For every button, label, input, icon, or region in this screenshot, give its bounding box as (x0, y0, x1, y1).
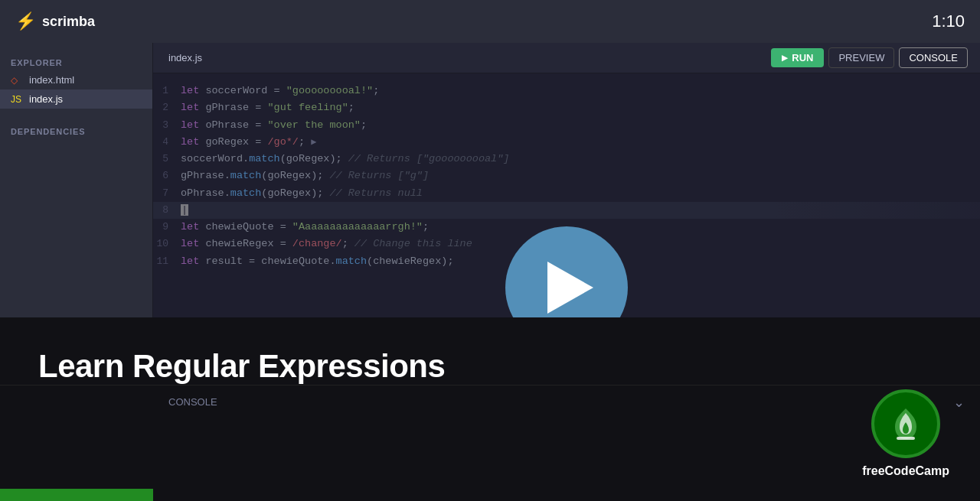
code-line-5: 5 soccerWord.match(goRegex); // Returns … (153, 151, 980, 168)
code-line-3: 3 let oPhrase = "over the moon"; (153, 117, 980, 134)
play-icon (547, 262, 593, 314)
code-line-6: 6 gPhrase.match(goRegex); // Returns ["g… (153, 168, 980, 184)
top-nav: ⚡ scrimba 1:10 (0, 0, 980, 43)
fcc-logo (871, 389, 940, 458)
js-icon: JS (11, 94, 23, 105)
svg-rect-1 (897, 437, 915, 440)
fcc-badge: freeCodeCamp (862, 389, 949, 478)
scrimba-logo-icon: ⚡ (15, 11, 36, 31)
run-play-icon: ▶ (782, 54, 788, 62)
main-area: EXPLORER ◇ index.html JS index.js DEPEND… (0, 43, 980, 501)
sidebar-item-html[interactable]: ◇ index.html (0, 70, 152, 89)
course-title: Learn Regular Expressions (0, 317, 980, 385)
fcc-label: freeCodeCamp (862, 464, 949, 478)
code-line-8: 8 | (153, 202, 980, 219)
code-line-4: 4 let goRegex = /go*/; ▶ (153, 134, 980, 151)
toolbar-buttons: ▶ RUN PREVIEW CONSOLE (771, 47, 968, 68)
console-chevron-icon: ⌄ (953, 394, 965, 411)
console-label: CONSOLE (909, 52, 958, 63)
console-bar[interactable]: CONSOLE ⌄ (0, 385, 980, 418)
run-label: RUN (792, 52, 813, 63)
green-bottom-bar (0, 489, 153, 501)
active-file-tab[interactable]: index.js (165, 52, 205, 63)
editor-toolbar: index.js ▶ RUN PREVIEW CONSOLE (153, 43, 980, 73)
sidebar-item-js[interactable]: JS index.js (0, 89, 152, 109)
preview-label: PREVIEW (838, 52, 884, 63)
code-line-2: 2 let gPhrase = "gut feeling"; (153, 99, 980, 116)
logo-text: scrimba (42, 14, 95, 30)
dependencies-title: DEPENDENCIES (0, 121, 152, 139)
logo: ⚡ scrimba (15, 11, 95, 31)
timer-display: 1:10 (932, 11, 965, 31)
svg-marker-0 (547, 262, 593, 314)
sidebar-item-label: index.js (29, 93, 63, 105)
run-button[interactable]: ▶ RUN (771, 48, 824, 67)
editor-area: index.js ▶ RUN PREVIEW CONSOLE 1 let soc… (153, 43, 980, 501)
preview-button[interactable]: PREVIEW (828, 47, 894, 68)
console-button[interactable]: CONSOLE (899, 47, 968, 68)
explorer-title: EXPLORER (0, 52, 152, 70)
fcc-logo-svg (886, 404, 926, 444)
bottom-panel: Learn Regular Expressions CONSOLE ⌄ (0, 317, 980, 501)
html-icon: ◇ (11, 75, 23, 86)
console-bar-label: CONSOLE (168, 396, 217, 408)
code-line-1: 1 let soccerWord = "gooooooooal!"; (153, 83, 980, 99)
sidebar-item-label: index.html (29, 74, 74, 86)
code-line-7: 7 oPhrase.match(goRegex); // Returns nul… (153, 185, 980, 202)
